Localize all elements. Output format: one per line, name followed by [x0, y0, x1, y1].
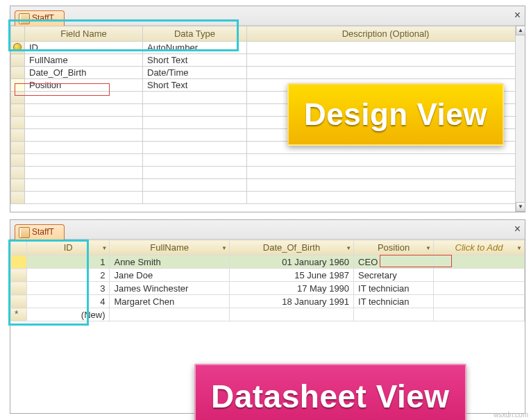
row-selector-row3[interactable]: [11, 67, 25, 79]
cell-add[interactable]: [433, 255, 524, 269]
column-header-pos[interactable]: Position▼: [354, 240, 434, 255]
cell-name[interactable]: Margaret Chen: [110, 295, 229, 308]
dropdown-icon[interactable]: ▼: [516, 244, 522, 251]
cell-name[interactable]: James Winchester: [110, 282, 229, 295]
field-name-cell[interactable]: Position: [25, 79, 143, 92]
corner-cell[interactable]: [11, 240, 27, 255]
watermark-text: wsxdn.com: [494, 411, 528, 419]
column-header-type[interactable]: Data Type: [143, 26, 247, 42]
cell-pos[interactable]: CEO: [354, 255, 434, 269]
cell-dob[interactable]: 18 January 1991: [229, 295, 353, 308]
row-selector[interactable]: [11, 295, 27, 308]
datasheet-view-label: Datasheet View: [194, 364, 466, 420]
tab-bar: StaffT ×: [10, 6, 525, 26]
column-header-id[interactable]: ID▼: [26, 240, 110, 255]
data-type-cell[interactable]: AutoNumber: [143, 42, 247, 54]
new-record-row[interactable]: (New): [11, 308, 525, 321]
row-selector[interactable]: [11, 255, 27, 269]
close-icon[interactable]: ×: [514, 223, 521, 235]
row-selector[interactable]: [11, 269, 27, 282]
dropdown-icon[interactable]: ▼: [425, 244, 431, 251]
tab-title: StaffT: [32, 13, 54, 23]
close-icon[interactable]: ×: [514, 9, 521, 22]
corner-cell[interactable]: [11, 26, 25, 42]
cell-id-new[interactable]: (New): [26, 308, 110, 321]
table-tab[interactable]: StaffT: [15, 10, 65, 26]
table-tab[interactable]: StaffT: [15, 224, 65, 240]
design-view-label: Design View: [287, 83, 504, 146]
tab-title: StaffT: [32, 227, 54, 237]
scroll-up-icon[interactable]: ▲: [516, 26, 525, 35]
description-cell[interactable]: [247, 42, 525, 54]
data-type-cell[interactable]: Short Text: [143, 79, 247, 92]
table-row[interactable]: 2 Jane Doe 15 June 1987 Secretary: [11, 269, 525, 282]
column-header-field[interactable]: Field Name: [25, 26, 143, 42]
cell-id[interactable]: 3: [26, 282, 110, 295]
field-name-cell[interactable]: Date_Of_Birth: [25, 67, 143, 79]
table-row[interactable]: 1 Anne Smith 01 January 1960 CEO: [11, 255, 525, 269]
cell-name[interactable]: Jane Doe: [110, 269, 229, 282]
vertical-scrollbar[interactable]: ▲ ▼: [515, 26, 525, 212]
description-cell[interactable]: [247, 67, 525, 79]
row-selector-new[interactable]: [11, 308, 27, 321]
cell-id[interactable]: 4: [26, 295, 110, 308]
field-name-cell[interactable]: ID: [25, 42, 143, 54]
cell-dob[interactable]: 01 January 1960: [229, 255, 353, 269]
row-selector-row4[interactable]: [11, 79, 25, 92]
column-header-name[interactable]: FullName▼: [110, 240, 229, 255]
column-header-desc[interactable]: Description (Optional): [247, 26, 525, 42]
dropdown-icon[interactable]: ▼: [346, 244, 351, 251]
cell-pos[interactable]: Secretary: [354, 269, 434, 282]
data-type-cell[interactable]: Date/Time: [143, 67, 247, 79]
row-selector-row2[interactable]: [11, 54, 25, 67]
cell-id[interactable]: 1: [26, 255, 110, 269]
row-selector-row1[interactable]: [11, 42, 25, 54]
table-row[interactable]: 3 James Winchester 17 May 1990 IT techni…: [11, 282, 525, 295]
cell-name[interactable]: Anne Smith: [110, 255, 229, 269]
row-selector[interactable]: [11, 282, 27, 295]
cell-add[interactable]: [433, 295, 524, 308]
cell-dob[interactable]: 17 May 1990: [229, 282, 353, 295]
datasheet-grid[interactable]: ID▼ FullName▼ Date_Of_Birth▼ Position▼ C…: [10, 240, 525, 321]
tab-bar: StaffT ×: [10, 220, 525, 240]
field-name-cell[interactable]: FullName: [25, 54, 143, 67]
dropdown-icon[interactable]: ▼: [102, 244, 108, 251]
column-header-dob[interactable]: Date_Of_Birth▼: [229, 240, 353, 255]
cell-add[interactable]: [433, 269, 524, 282]
cell-id[interactable]: 2: [26, 269, 110, 282]
cell-add[interactable]: [433, 282, 524, 295]
cell-pos[interactable]: IT technician: [354, 295, 434, 308]
table-row[interactable]: 4 Margaret Chen 18 January 1991 IT techn…: [11, 295, 525, 308]
description-cell[interactable]: [247, 54, 525, 67]
column-header-add[interactable]: Click to Add▼: [433, 240, 524, 255]
cell-dob[interactable]: 15 June 1987: [229, 269, 353, 282]
data-type-cell[interactable]: Short Text: [143, 54, 247, 67]
dropdown-icon[interactable]: ▼: [221, 244, 227, 251]
scroll-down-icon[interactable]: ▼: [516, 202, 525, 212]
cell-pos[interactable]: IT technician: [354, 282, 434, 295]
